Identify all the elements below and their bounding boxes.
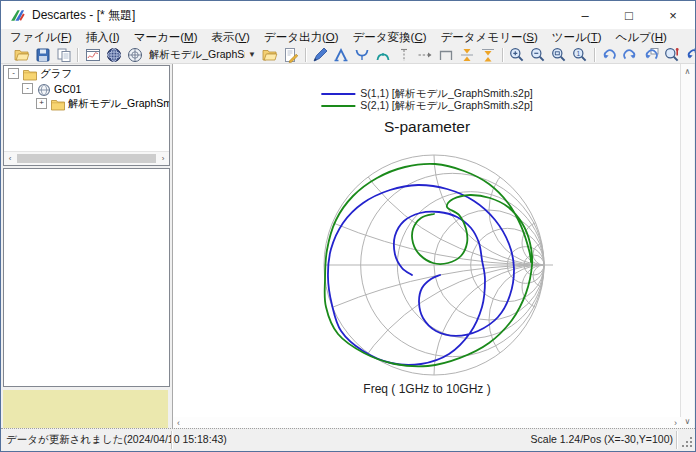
collapse-icon[interactable]: -: [22, 83, 33, 94]
marker-band-button[interactable]: [373, 46, 394, 63]
marker-width-button[interactable]: [436, 46, 457, 63]
smith-chart-view-button[interactable]: [103, 46, 124, 63]
floppy-icon: [35, 47, 51, 63]
chart-legend: S(1,1) [解析モデル_GraphSmith.s2p]S(2,1) [解析モ…: [321, 88, 532, 112]
chart-circle-icon: [36, 82, 51, 95]
tree-panel: -グラフ-GC01+解析モデル_GraphSmith.s2p ‹ ›: [3, 65, 170, 166]
status-message: データが更新されました(2024/04/10 15:18:43): [6, 433, 227, 447]
caliper-icon: [333, 47, 349, 63]
undo-box-icon: [643, 47, 659, 63]
copy-icon: [56, 47, 72, 63]
marker-peak-button[interactable]: [331, 46, 352, 63]
toolbar-separator: [594, 48, 596, 62]
scroll-left-icon[interactable]: ‹: [4, 154, 16, 163]
redo-icon: [622, 47, 638, 63]
main-v-scrollbar[interactable]: ∧ ∨: [680, 64, 694, 429]
tree-h-scrollbar[interactable]: ‹ ›: [4, 151, 169, 165]
menu-data-convert[interactable]: データ変換(C): [346, 29, 434, 46]
bracket-icon: [438, 47, 454, 63]
menu-view[interactable]: 表示(V): [205, 29, 257, 46]
tree-item-label: 解析モデル_GraphSmith.s2p: [68, 97, 169, 111]
menu-bar: ファイル(F)挿入(I)マーカー(M)表示(V)データ出力(O)データ変換(C)…: [1, 29, 695, 46]
maximize-button[interactable]: □: [607, 1, 651, 29]
menu-tool[interactable]: ツール(T): [545, 29, 609, 46]
scroll-left-icon[interactable]: ‹: [177, 418, 180, 428]
scroll-right-icon[interactable]: ›: [157, 154, 169, 163]
title-bar: Descartes - [* 無題] –□×: [1, 1, 695, 29]
collapse-icon[interactable]: -: [8, 68, 19, 79]
dash-arrow-icon: [417, 47, 433, 63]
legend-line-icon: [321, 93, 355, 95]
folder-icon: [50, 97, 65, 110]
marker-delta-button[interactable]: [415, 46, 436, 63]
zoom-window-button[interactable]: [549, 46, 570, 63]
polar-chart-view-button[interactable]: [124, 46, 145, 63]
menu-marker[interactable]: マーカー(M): [127, 29, 205, 46]
copy-button[interactable]: [53, 46, 74, 63]
tree-item-s2p[interactable]: +解析モデル_GraphSmith.s2p: [4, 96, 169, 111]
graph-window-icon: [85, 47, 101, 63]
toolbar-separator: [502, 48, 504, 62]
mag-one-icon: 1: [572, 47, 588, 63]
edit-model-button[interactable]: [281, 46, 302, 63]
legend-row: S(2,1) [解析モデル_GraphSmith.s2p]: [321, 100, 532, 112]
menu-insert[interactable]: 挿入(I): [79, 29, 127, 46]
polar-icon: [127, 47, 143, 63]
zoom-out-button[interactable]: [528, 46, 549, 63]
scroll-down-icon[interactable]: ∨: [681, 417, 694, 426]
edit-page-icon: [283, 47, 299, 63]
open-model-button[interactable]: [260, 46, 281, 63]
pen-icon: [312, 47, 328, 63]
menu-file[interactable]: ファイル(F): [3, 29, 79, 46]
tree-h-scroll-thumb[interactable]: [17, 154, 156, 163]
legend-line-icon: [321, 105, 355, 107]
menu-data-output[interactable]: データ出力(O): [257, 29, 346, 46]
smith-chart-canvas[interactable]: S(1,1) [解析モデル_GraphSmith.s2p]S(2,1) [解析モ…: [173, 64, 681, 417]
chart-xlabel: Freq ( 1GHz to 10GHz ): [173, 382, 681, 396]
zoom-in-button[interactable]: [507, 46, 528, 63]
arrows-icon: [480, 47, 496, 63]
undo-all-button[interactable]: [683, 46, 696, 63]
marker-level-button[interactable]: [478, 46, 499, 63]
mag-window-icon: [551, 47, 567, 63]
minimize-button[interactable]: –: [563, 1, 607, 29]
marker-vline-button[interactable]: [394, 46, 415, 63]
memo-panel: [3, 390, 168, 429]
menu-help[interactable]: ヘルプ(H): [609, 29, 674, 46]
main-pane: S(1,1) [解析モデル_GraphSmith.s2p]S(2,1) [解析モ…: [172, 64, 694, 429]
undo-icon: [601, 47, 617, 63]
status-scale-pos: Scale 1.24/Pos (X=-30,Y=100): [531, 433, 673, 445]
undo-view-button[interactable]: [641, 46, 662, 63]
undo-button[interactable]: [599, 46, 620, 63]
open-file-button[interactable]: [11, 46, 32, 63]
tree-item-graph[interactable]: -グラフ: [4, 66, 169, 81]
close-button[interactable]: ×: [651, 1, 695, 29]
marker-valley-button[interactable]: [352, 46, 373, 63]
scroll-right-icon[interactable]: ›: [674, 418, 677, 428]
folder-open-icon: [262, 47, 278, 63]
save-file-button[interactable]: [32, 46, 53, 63]
tree-item-label: グラフ: [40, 67, 72, 81]
graph-window-button[interactable]: [82, 46, 103, 63]
menu-data-memory[interactable]: データメモリー(S): [434, 29, 545, 46]
tool-bar: 解析モデル_GraphSmith.s▼1: [1, 46, 695, 64]
tree-item-label: GC01: [54, 83, 81, 95]
mag-minus-icon: [530, 47, 546, 63]
status-bar: データが更新されました(2024/04/10 15:18:43) Scale 1…: [1, 428, 695, 451]
redo-button[interactable]: [620, 46, 641, 63]
tree-item-gc01[interactable]: -GC01: [4, 81, 169, 96]
expand-icon[interactable]: +: [36, 98, 47, 109]
model-combo[interactable]: 解析モデル_GraphSmith.s▼: [147, 47, 258, 63]
legend-label: S(2,1) [解析モデル_GraphSmith.s2p]: [360, 99, 532, 113]
mag-plus-icon: [509, 47, 525, 63]
zoom-actual-button[interactable]: 1: [570, 46, 591, 63]
smith-icon: [106, 47, 122, 63]
marker-pen-button[interactable]: [310, 46, 331, 63]
marker-level-line-button[interactable]: [457, 46, 478, 63]
status-separator: [676, 431, 678, 449]
zoom-search-button[interactable]: [662, 46, 683, 63]
vline-icon: [396, 47, 412, 63]
resize-grip[interactable]: [682, 437, 692, 447]
app-logo-icon: [9, 7, 26, 24]
scroll-up-icon[interactable]: ∧: [681, 67, 694, 76]
